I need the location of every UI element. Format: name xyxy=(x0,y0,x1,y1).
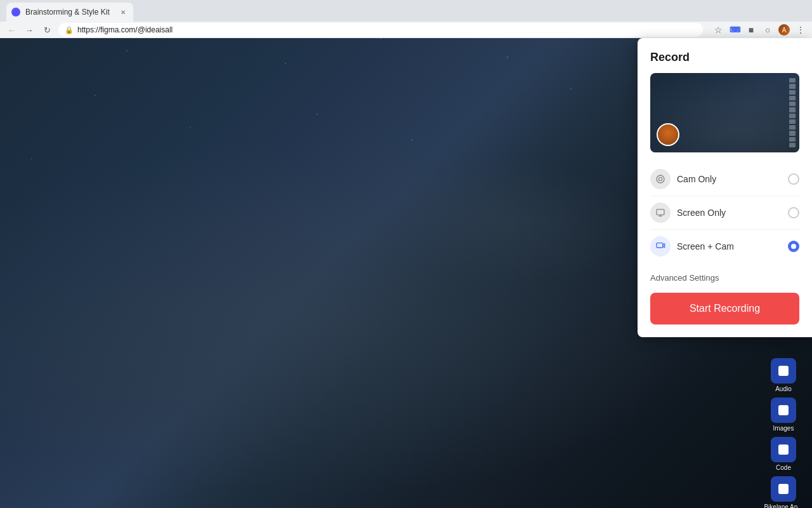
volume-bars xyxy=(789,78,796,147)
vol-bar-3 xyxy=(789,90,796,95)
images-icon xyxy=(771,398,796,423)
reload-button[interactable]: ↻ xyxy=(41,23,53,36)
code-label: Code xyxy=(776,464,791,471)
avatar-face xyxy=(658,124,678,145)
tab-title: Brainstorming & Style Kit xyxy=(25,8,113,17)
vol-bar-9 xyxy=(789,125,796,130)
vol-bar-2 xyxy=(789,84,796,88)
svg-point-5 xyxy=(657,175,664,183)
preview-area xyxy=(650,73,799,152)
screen-only-option[interactable]: Screen Only xyxy=(650,196,799,230)
extension-icon-1[interactable]: ⌨ xyxy=(728,23,741,36)
tab-bar: Brainstorming & Style Kit ✕ xyxy=(0,0,812,22)
audio-icon xyxy=(771,358,796,384)
tab-close-button[interactable]: ✕ xyxy=(118,7,128,17)
vol-bar-10 xyxy=(789,131,796,135)
svg-rect-9 xyxy=(657,243,663,248)
extension-icon-2[interactable]: ■ xyxy=(745,23,757,36)
more-options-icon[interactable]: ⋮ xyxy=(794,23,807,36)
bikelane-icon xyxy=(771,476,796,502)
vol-bar-12 xyxy=(789,143,796,147)
screen-cam-label: Screen + Cam xyxy=(677,241,782,251)
lock-icon: 🔒 xyxy=(65,26,74,34)
toolbar-icons: ☆ ⌨ ■ ○ A ⋮ xyxy=(712,23,807,36)
cam-only-option[interactable]: Cam Only xyxy=(650,163,799,196)
screen-only-label: Screen Only xyxy=(677,208,782,218)
cam-only-radio[interactable] xyxy=(788,173,799,185)
browser-chrome: Brainstorming & Style Kit ✕ ← → ↻ 🔒 http… xyxy=(0,0,812,38)
advanced-settings[interactable]: Advanced Settings xyxy=(650,273,799,283)
bikelane-label: Bikelane Ap... xyxy=(764,504,802,508)
active-tab[interactable]: Brainstorming & Style Kit ✕ xyxy=(6,3,133,22)
extension-icon-3[interactable]: ○ xyxy=(761,23,774,36)
desktop-icon-images[interactable]: Images xyxy=(758,398,809,432)
url-text: https://figma.com/@ideaisall xyxy=(77,25,173,34)
svg-point-4 xyxy=(658,177,662,180)
screen-cam-icon xyxy=(650,236,671,257)
tab-favicon xyxy=(11,8,20,17)
screen-cam-option[interactable]: Screen + Cam xyxy=(650,230,799,263)
screen-only-icon xyxy=(650,203,671,223)
code-icon xyxy=(771,437,796,462)
desktop-icon-code[interactable]: Code xyxy=(758,437,809,471)
vol-bar-6 xyxy=(789,107,796,112)
cam-only-label: Cam Only xyxy=(677,174,782,184)
audio-label: Audio xyxy=(775,385,792,392)
record-options: Cam Only Screen Only Sc xyxy=(650,163,799,263)
record-panel-title: Record xyxy=(650,51,799,64)
svg-rect-1 xyxy=(778,405,789,415)
screen-cam-radio[interactable] xyxy=(788,241,799,252)
omnibox-bar: ← → ↻ 🔒 https://figma.com/@ideaisall ☆ ⌨… xyxy=(0,22,812,38)
images-label: Images xyxy=(773,425,794,432)
profile-icon[interactable]: A xyxy=(778,23,790,36)
svg-rect-3 xyxy=(778,484,789,494)
start-recording-button[interactable]: Start Recording xyxy=(650,293,799,324)
preview-avatar xyxy=(657,123,679,146)
svg-rect-0 xyxy=(778,366,789,376)
desktop-icon-bikelane[interactable]: Bikelane Ap... xyxy=(758,476,809,508)
screen-only-radio[interactable] xyxy=(788,207,799,218)
desktop-icon-audio[interactable]: Audio xyxy=(758,358,809,392)
record-panel: Record xyxy=(638,38,812,337)
cam-only-icon xyxy=(650,169,671,189)
vol-bar-7 xyxy=(789,114,796,118)
vol-bar-4 xyxy=(789,96,796,100)
vol-bar-11 xyxy=(789,137,796,142)
vol-bar-5 xyxy=(789,102,796,106)
svg-rect-2 xyxy=(778,444,789,455)
address-bar[interactable]: 🔒 https://figma.com/@ideaisall xyxy=(58,23,703,37)
back-button[interactable]: ← xyxy=(5,23,18,36)
svg-rect-6 xyxy=(657,210,664,215)
vol-bar-8 xyxy=(789,119,796,124)
vol-bar-1 xyxy=(789,78,796,83)
forward-button[interactable]: → xyxy=(23,23,36,36)
bookmark-star-icon[interactable]: ☆ xyxy=(712,23,724,36)
